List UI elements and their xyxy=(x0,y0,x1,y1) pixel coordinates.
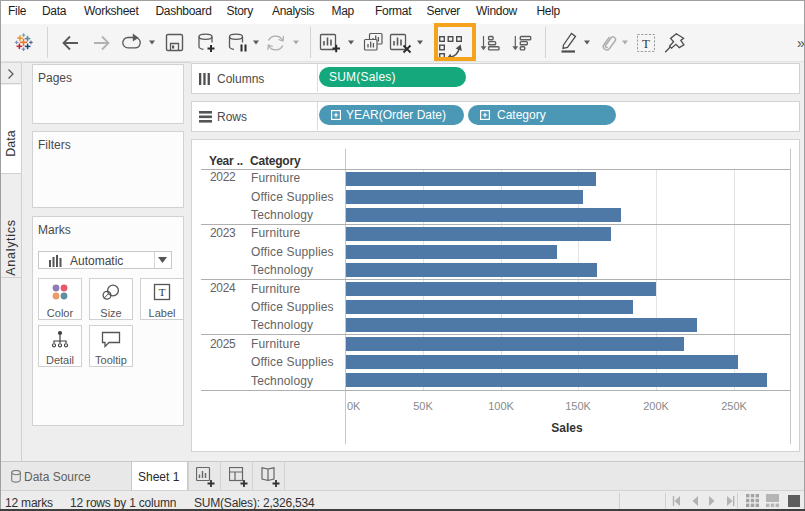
svg-text:T: T xyxy=(642,36,650,51)
svg-text:T: T xyxy=(159,286,166,298)
